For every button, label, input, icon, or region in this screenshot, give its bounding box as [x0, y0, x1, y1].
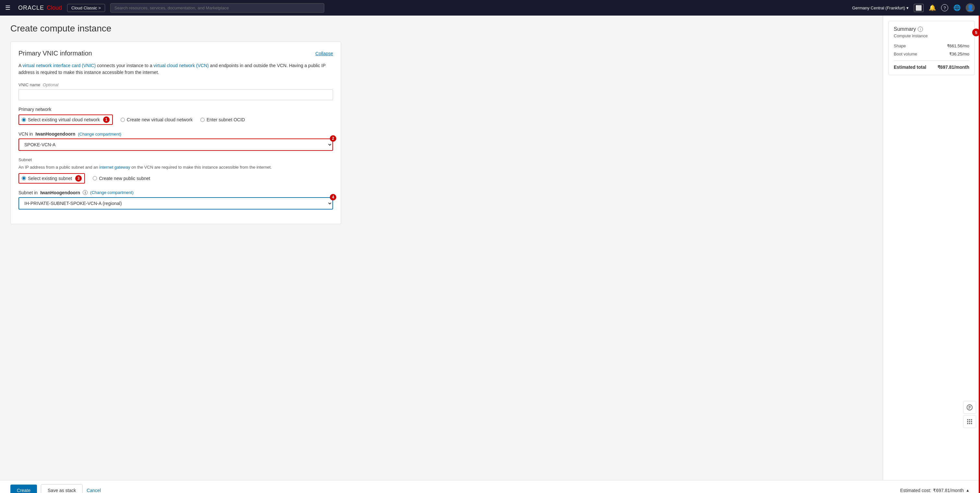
- vcn-link[interactable]: virtual cloud network (VCN): [153, 63, 208, 68]
- summary-total-value: ₹697.81/month: [937, 65, 969, 70]
- vnic-name-input[interactable]: [19, 89, 333, 100]
- svg-rect-5: [969, 421, 970, 422]
- subnet-info-icon[interactable]: ℹ: [83, 190, 88, 195]
- select-existing-subnet-option[interactable]: Select existing subnet 3: [19, 173, 85, 184]
- svg-rect-6: [971, 421, 972, 422]
- globe-icon[interactable]: 🌐: [953, 4, 961, 11]
- step-badge-3: 3: [75, 175, 82, 181]
- create-button[interactable]: Create: [10, 485, 37, 493]
- svg-rect-7: [967, 423, 968, 424]
- bottom-bar: Create Save as stack Cancel Estimated co…: [0, 480, 980, 493]
- region-chevron-icon: ▾: [907, 5, 908, 10]
- oracle-text: ORACLE: [18, 5, 44, 11]
- vcn-select[interactable]: SPOKE-VCN-A: [19, 138, 333, 151]
- summary-shape-value: ₹661.56/mo: [947, 43, 969, 48]
- subnet-label-text: Subnet: [19, 157, 32, 162]
- create-new-vcn-label: Create new virtual cloud network: [127, 117, 192, 122]
- cloud-classic-button[interactable]: Cloud Classic >: [67, 4, 105, 12]
- summary-inner: Summary i Compute instance Shape ₹661.56…: [888, 21, 975, 75]
- collapse-link[interactable]: Collapse: [315, 51, 333, 56]
- select-existing-vcn-option[interactable]: Select existing virtual cloud network 1: [19, 115, 113, 125]
- user-icon[interactable]: 👤: [966, 3, 975, 12]
- hamburger-menu-icon[interactable]: ☰: [5, 4, 10, 11]
- float-icons: [963, 401, 976, 428]
- primary-network-group: Primary network Select existing virtual …: [19, 107, 333, 125]
- enter-subnet-ocid-option[interactable]: Enter subnet OCID: [200, 117, 245, 122]
- subnet-desc-part2: on the VCN are required to make this ins…: [130, 165, 272, 170]
- subnet-compartment-row: Subnet in IwanHoogendoorn ℹ (Change comp…: [19, 190, 333, 195]
- subnet-group: Subnet An IP address from a public subne…: [19, 157, 333, 184]
- subnet-compartment-label: Subnet in: [19, 190, 38, 195]
- summary-subtitle: Compute instance: [894, 33, 969, 38]
- cancel-link[interactable]: Cancel: [87, 488, 101, 493]
- create-new-vcn-option[interactable]: Create new virtual cloud network: [121, 117, 192, 122]
- estimated-cost-label: Estimated cost:: [900, 488, 931, 493]
- select-existing-vcn-label: Select existing virtual cloud network: [28, 117, 100, 122]
- float-icon-grid[interactable]: [963, 415, 976, 428]
- vcn-selector-group: VCN in IwanHoogendoorn (Change compartme…: [19, 131, 333, 151]
- step-badge-2: 2: [330, 135, 336, 142]
- vnic-name-group: VNIC name Optional: [19, 83, 333, 100]
- section-header: Primary VNIC information Collapse: [19, 49, 333, 57]
- summary-boot-volume-value: ₹36.25/mo: [949, 52, 969, 56]
- float-icon-chat[interactable]: [963, 401, 976, 414]
- summary-shape-row: Shape ₹661.56/mo: [894, 43, 969, 48]
- step-badge-1: 1: [103, 116, 110, 123]
- svg-rect-2: [969, 419, 970, 420]
- vcn-change-compartment-link[interactable]: (Change compartment): [78, 132, 121, 137]
- console-icon[interactable]: ⬜: [914, 4, 924, 12]
- summary-title-row: Summary i: [894, 26, 969, 32]
- vnic-name-label-text: VNIC name: [19, 83, 40, 87]
- summary-title: Summary: [894, 26, 916, 32]
- enter-subnet-ocid-label: Enter subnet OCID: [207, 117, 245, 122]
- section-title: Primary VNIC information: [19, 49, 92, 57]
- topbar-icons: ⬜ 🔔 ? 🌐 👤: [914, 3, 975, 12]
- vnic-link[interactable]: virtual network interface card (VNIC): [22, 63, 95, 68]
- svg-rect-1: [967, 419, 968, 420]
- cloud-text: Cloud: [47, 5, 62, 11]
- help-icon[interactable]: ?: [941, 4, 948, 11]
- create-new-public-subnet-radio[interactable]: [93, 176, 97, 180]
- create-new-vcn-radio[interactable]: [121, 118, 125, 122]
- subnet-compartment-name: IwanHoogendoorn: [40, 190, 80, 195]
- summary-total-row: Estimated total ₹697.81/month: [894, 65, 969, 70]
- primary-network-radio-group: Select existing virtual cloud network 1 …: [19, 115, 333, 125]
- summary-total-label: Estimated total: [894, 65, 926, 70]
- subnet-select[interactable]: IH-PRIVATE-SUBNET-SPOKE-VCN-A (regional): [19, 197, 333, 210]
- summary-boot-volume-row: Boot volume ₹36.25/mo: [894, 52, 969, 56]
- desc-part2: connects your instance to a: [95, 63, 153, 68]
- vcn-compartment-label: VCN in: [19, 131, 33, 137]
- region-selector[interactable]: Germany Central (Frankfurt) ▾: [852, 5, 908, 10]
- search-input[interactable]: [110, 3, 324, 13]
- vnic-name-label: VNIC name Optional: [19, 83, 333, 87]
- primary-network-label-row: Primary network: [19, 107, 333, 112]
- select-existing-vcn-radio[interactable]: [22, 118, 26, 122]
- svg-rect-8: [969, 423, 970, 424]
- summary-info-icon[interactable]: i: [918, 27, 923, 32]
- save-as-stack-button[interactable]: Save as stack: [41, 484, 83, 493]
- enter-subnet-ocid-radio[interactable]: [200, 118, 205, 122]
- summary-panel: Summary i Compute instance Shape ₹661.56…: [883, 16, 980, 480]
- summary-shape-label: Shape: [894, 43, 906, 48]
- internet-gateway-link[interactable]: internet gateway: [99, 165, 130, 170]
- create-new-public-subnet-option[interactable]: Create new public subnet: [93, 176, 150, 181]
- main-wrapper: Create compute instance Primary VNIC inf…: [0, 16, 980, 480]
- create-new-public-subnet-label: Create new public subnet: [99, 176, 150, 181]
- bell-icon[interactable]: 🔔: [929, 4, 936, 11]
- oracle-logo: ORACLE Cloud: [18, 5, 62, 11]
- step-badge-4: 4: [330, 194, 336, 200]
- topbar-right: Germany Central (Frankfurt) ▾ ⬜ 🔔 ? 🌐 👤: [852, 3, 975, 12]
- desc-part1: A: [19, 63, 22, 68]
- select-existing-subnet-radio[interactable]: [22, 176, 26, 180]
- subnet-radio-group: Select existing subnet 3 Create new publ…: [19, 173, 333, 184]
- svg-rect-9: [971, 423, 972, 424]
- summary-boot-volume-label: Boot volume: [894, 52, 917, 56]
- vnic-name-optional: Optional: [43, 83, 58, 87]
- subnet-desc-part1: An IP address from a public subnet and a…: [19, 165, 99, 170]
- primary-network-label-text: Primary network: [19, 107, 51, 112]
- primary-vnic-card: Primary VNIC information Collapse A virt…: [10, 41, 341, 224]
- subnet-selector-group: Subnet in IwanHoogendoorn ℹ (Change comp…: [19, 190, 333, 210]
- subnet-change-compartment-link[interactable]: (Change compartment): [90, 190, 134, 195]
- cost-chevron-icon[interactable]: ▲: [966, 488, 970, 493]
- estimated-cost-value: ₹697.81/month: [933, 488, 964, 493]
